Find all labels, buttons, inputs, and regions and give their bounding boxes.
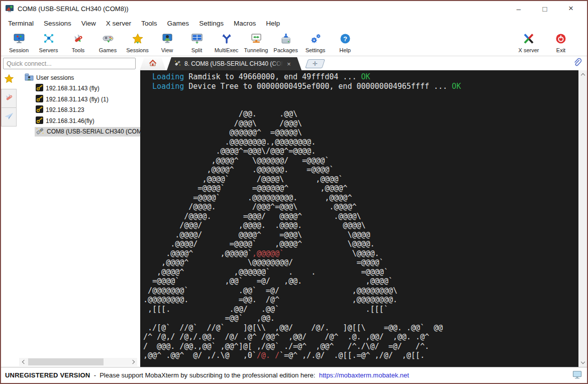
sidebar-horizontal-scrollbar[interactable] [19,358,137,366]
tab-close-icon[interactable]: × [287,60,291,68]
menu-view[interactable]: View [76,20,101,27]
tree-root-user-sessions[interactable]: User sessions [17,72,140,83]
terminal-line: ,@@^ .@@^ @/ ,/.\@ ,0`/@. /`=@^ ,/.@/ .@… [143,351,578,360]
exit-icon [555,33,567,46]
terminal-screen[interactable]: Loading Ramdisk to 49660000, end 49fffd0… [140,70,578,367]
toolbar-label: Packages [273,47,298,53]
toolbar-label: Games [99,47,117,53]
terminal-line: Loading Ramdisk to 49660000, end 49fffd0… [143,72,578,82]
scroll-up-icon[interactable] [581,70,584,79]
multiexec-icon [221,33,233,46]
tab-home[interactable] [140,57,166,70]
session-tree: User sessions192.168.31.143 (fly)192.168… [17,72,140,137]
toolbar-settings-button[interactable]: Settings [301,31,330,55]
close-button[interactable]: × [558,2,584,16]
remote-monitoring-icon[interactable] [572,370,582,380]
toolbar-exit-button[interactable]: Exit [545,31,577,55]
toolbar-label: Tunneling [244,47,268,53]
terminal-line: .@@@@/ =@@@@` ,@@@@^ \@@@@. [143,239,578,249]
scroll-left-icon[interactable] [19,358,27,366]
terminal-line: ,@@@@^ ,@@@@@@` . . =@@@@` [143,268,578,277]
sidebar-tab-star-icon[interactable] [1,70,17,89]
terminal-line: ,@@@@^ \@@@@@@@@/ =@@@@` [143,258,578,268]
terminal-line: .@@@@^=@@@\/@@@^=@@@@. [143,147,578,156]
menu-terminal[interactable]: Terminal [3,20,39,27]
terminal-line: /@@@@@@@` .@@` =@/ ,@@@@@@@@\ [143,286,578,296]
menu-x-server[interactable]: X server [101,20,136,27]
quick-connect-input[interactable] [3,58,136,69]
session-item-192-168-31-143-fly[interactable]: 192.168.31.143 (fly) [17,83,140,94]
tab-label: 8. COM8 (USB-SERIAL CH340 (COM [184,60,283,67]
terminal-line: /@@. .@@\ [143,109,578,119]
session-label: 192.168.31.143 (fly) [46,85,100,92]
menu-settings[interactable]: Settings [194,20,229,27]
terminal-line: .@@@@@@@@. =@@. /@^ ,@@@@@@@@. [143,295,578,305]
terminal-line: /@@@@. =@@@/ @@@@^ .@@@@\ [143,212,578,221]
key-icon [36,84,43,93]
attachments-paperclip-icon[interactable] [574,57,582,69]
sidebar: User sessions192.168.31.143 (fly)192.168… [1,70,140,367]
scroll-right-icon[interactable] [129,358,137,366]
toolbar-sessions-button[interactable]: Sessions [123,31,152,55]
toolbar-tunneling-button[interactable]: Tunneling [241,31,271,55]
tab-active-com8[interactable]: 8. COM8 (USB-SERIAL CH340 (COM × [167,57,302,70]
toolbar-games-button[interactable]: Games [93,31,123,55]
session-icon [13,33,25,46]
toolbar-label: X server [519,47,539,53]
servers-icon [43,33,55,46]
session-item-192-168-31-143-fly-1[interactable]: 192.168.31.143 (fly) (1) [17,94,140,105]
view-icon [161,33,173,46]
toolbar-label: Session [9,47,29,53]
star-icon [4,74,14,86]
mobatek-link[interactable]: https://mobaxterm.mobatek.net [319,371,409,379]
toolbar-packages-button[interactable]: Packages [271,31,301,55]
toolbar-label: Sessions [126,47,149,53]
terminal-line: /@@@@. /@@@^=@@@\ .@@@@^ [143,202,578,212]
scrollbar-thumb[interactable] [28,358,104,365]
home-icon [149,59,157,68]
menu-games[interactable]: Games [162,20,194,27]
terminal-line: ,@@@@^ .@@@@@@. =@@@@` [143,165,578,175]
menu-macros[interactable]: Macros [229,20,261,27]
sidebar-tab-paper-plane-icon[interactable] [1,107,17,126]
title-bar: COM8 (USB-SERIAL CH340 (COM8)) – □ × [1,1,587,16]
terminal-vertical-scrollbar[interactable] [578,70,587,367]
terminal-line: @@@@@@^ =@@@@@\ [143,128,578,138]
terminal-line: /@@@\ /@@@\ [143,119,578,129]
toolbar-servers-button[interactable]: Servers [34,31,63,55]
sidebar-tab-swiss-knife-icon[interactable] [1,89,17,108]
toolbar-multiexec-button[interactable]: MultiExec [212,31,241,55]
swiss-knife-icon [4,92,14,104]
toolbar-label: View [161,47,173,53]
maximize-button[interactable]: □ [532,2,558,16]
session-item-com8-usb-serial-ch340-com8[interactable]: COM8 (USB-SERIAL CH340 (COM8 [17,126,140,138]
terminal-line: /^ /@,/ /@,/.@@. /@/ .@^ /@@^ ,@@/ /@^ .… [143,332,578,342]
menu-help[interactable]: Help [261,20,285,27]
session-item-192-168-31-23[interactable]: 192.168.31.23 [17,105,140,116]
key-icon [36,116,43,125]
menu-sessions[interactable]: Sessions [39,20,76,27]
tree-root-label: User sessions [36,74,74,81]
session-label: 192.168.31.143 (fly) (1) [46,96,109,103]
toolbar-session-button[interactable]: Session [4,31,34,55]
menu-tools[interactable]: Tools [136,20,162,27]
toolbar-label: Servers [39,47,58,53]
status-message: - Please support MobaXterm by subscribin… [90,371,319,379]
toolbar-label: MultiExec [215,47,239,53]
toolbar-x-server-button[interactable]: X server [513,31,545,55]
new-tab-button[interactable]: ✛ [305,59,325,68]
toolbar-split-button[interactable]: Split [182,31,212,55]
toolbar-label: Settings [306,47,326,53]
mobaxterm-window: COM8 (USB-SERIAL CH340 (COM8)) – □ × Ter… [0,0,588,384]
session-item-192-168-31-46-fly[interactable]: 192.168.31.46(fly) [17,115,140,126]
toolbar-help-button[interactable]: ?Help [330,31,360,55]
minimize-button[interactable]: – [506,2,532,16]
toolbar-label: Split [191,47,202,53]
toolbar: SessionServersToolsGamesSessionsViewSpli… [1,30,587,56]
session-label: 192.168.31.46(fly) [46,117,94,124]
toolbar-view-button[interactable]: View [152,31,182,55]
toolbar-tools-button[interactable]: Tools [63,31,93,55]
split-icon [191,33,203,46]
scroll-down-icon[interactable] [581,358,584,367]
terminal-line: .@@@@/ @@@@^ =@@@\ \@@@@ [143,230,578,240]
